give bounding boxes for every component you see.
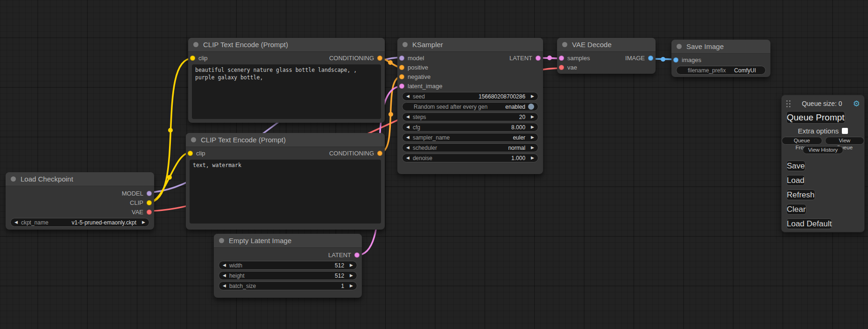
decrement-arrow-icon[interactable]: ◀ <box>406 115 409 119</box>
queue-front-button[interactable]: Queue Front <box>782 137 822 145</box>
negative-input-pin[interactable] <box>399 74 404 79</box>
vae-output-pin[interactable] <box>147 210 152 215</box>
decrement-arrow-icon[interactable]: ◀ <box>406 135 409 140</box>
node-clip-text-encode-negative[interactable]: CLIP Text Encode (Prompt) clip CONDITION… <box>186 133 385 230</box>
node-empty-latent-image[interactable]: Empty Latent Image LATENT ◀ width 512 ▶ … <box>214 234 362 298</box>
latent-image-input-pin[interactable] <box>399 84 404 89</box>
slot-label: VAE <box>132 209 143 216</box>
node-title-bar[interactable]: Load Checkpoint <box>6 172 154 186</box>
node-title-bar[interactable]: CLIP Text Encode (Prompt) <box>188 38 385 52</box>
seed-widget[interactable]: ◀ seed 156680208700286 ▶ <box>402 92 538 101</box>
increment-arrow-icon[interactable]: ▶ <box>531 125 534 129</box>
increment-arrow-icon[interactable]: ▶ <box>142 220 145 224</box>
load-button[interactable]: Load <box>786 175 805 186</box>
denoise-widget[interactable]: ◀ denoise 1.000 ▶ <box>402 154 538 162</box>
node-title-bar[interactable]: Empty Latent Image <box>214 234 362 248</box>
decrement-arrow-icon[interactable]: ◀ <box>406 94 409 98</box>
node-vae-decode[interactable]: VAE Decode samples IMAGE vae <box>557 38 656 74</box>
node-title-bar[interactable]: Save Image <box>671 40 770 54</box>
drag-handle-icon[interactable] <box>786 100 791 108</box>
node-collapse-dot[interactable] <box>11 176 16 182</box>
node-ksampler[interactable]: KSampler model LATENT positive negative … <box>397 38 543 174</box>
conditioning-output-pin[interactable] <box>377 151 382 156</box>
clip-output-pin[interactable] <box>147 200 152 205</box>
images-input-pin[interactable] <box>673 57 678 63</box>
comfy-menu-panel: Queue size: 0 ⚙ Queue Prompt Extra optio… <box>781 95 865 232</box>
widget-label: filename_prefix <box>688 67 726 74</box>
random-seed-toggle[interactable]: Random seed after every gen enabled <box>402 102 538 111</box>
node-title-bar[interactable]: VAE Decode <box>557 38 656 52</box>
increment-arrow-icon[interactable]: ▶ <box>531 115 534 119</box>
latent-output-pin[interactable] <box>354 252 360 258</box>
decrement-arrow-icon[interactable]: ◀ <box>223 284 226 288</box>
slot-label: negative <box>408 73 430 80</box>
samples-input-pin[interactable] <box>559 56 564 61</box>
clip-input-pin[interactable] <box>188 151 193 156</box>
positive-input-pin[interactable] <box>399 65 404 70</box>
decrement-arrow-icon[interactable]: ◀ <box>14 220 18 224</box>
height-widget[interactable]: ◀ height 512 ▶ <box>219 271 357 280</box>
node-save-image[interactable]: Save Image images filename_prefix ComfyU… <box>671 40 770 77</box>
view-queue-button[interactable]: View Queue <box>825 137 864 145</box>
node-graph-canvas[interactable]: Load Checkpoint MODEL CLIP VAE ◀ ckpt_na… <box>0 0 868 329</box>
node-title-bar[interactable]: CLIP Text Encode (Prompt) <box>186 133 385 147</box>
batch-size-widget[interactable]: ◀ batch_size 1 ▶ <box>219 281 357 290</box>
node-load-checkpoint[interactable]: Load Checkpoint MODEL CLIP VAE ◀ ckpt_na… <box>6 172 154 230</box>
increment-arrow-icon[interactable]: ▶ <box>531 135 534 140</box>
link-midpoint-dot <box>167 175 172 180</box>
node-clip-text-encode-positive[interactable]: CLIP Text Encode (Prompt) clip CONDITION… <box>188 38 385 123</box>
refresh-button[interactable]: Refresh <box>786 189 815 200</box>
gear-icon[interactable]: ⚙ <box>853 100 860 108</box>
decrement-arrow-icon[interactable]: ◀ <box>223 273 226 278</box>
slot-label: IMAGE <box>625 55 645 62</box>
width-widget[interactable]: ◀ width 512 ▶ <box>219 261 357 270</box>
slot-label: clip <box>198 55 208 62</box>
node-collapse-dot[interactable] <box>402 42 408 47</box>
slot-row: clip CONDITIONING <box>186 148 385 158</box>
slot-label: LATENT <box>509 55 532 62</box>
model-output-pin[interactable] <box>147 191 152 196</box>
decrement-arrow-icon[interactable]: ◀ <box>406 125 409 129</box>
decrement-arrow-icon[interactable]: ◀ <box>406 146 409 150</box>
toggle-on-icon[interactable] <box>528 104 534 110</box>
latent-output-pin[interactable] <box>536 56 541 61</box>
steps-widget[interactable]: ◀ steps 20 ▶ <box>402 112 538 121</box>
conditioning-output-pin[interactable] <box>377 56 382 61</box>
node-title-bar[interactable]: KSampler <box>397 38 543 52</box>
save-button[interactable]: Save <box>786 161 805 171</box>
extra-options-checkbox[interactable] <box>842 128 848 134</box>
increment-arrow-icon[interactable]: ▶ <box>531 146 534 150</box>
decrement-arrow-icon[interactable]: ◀ <box>223 263 226 267</box>
increment-arrow-icon[interactable]: ▶ <box>531 94 534 98</box>
scheduler-combo[interactable]: ◀ scheduler normal ▶ <box>402 143 538 152</box>
node-collapse-dot[interactable] <box>193 42 198 47</box>
slot-label: LATENT <box>328 252 351 259</box>
increment-arrow-icon[interactable]: ▶ <box>531 156 534 160</box>
node-collapse-dot[interactable] <box>562 42 567 47</box>
clip-input-pin[interactable] <box>190 56 195 61</box>
node-collapse-dot[interactable] <box>677 44 682 49</box>
increment-arrow-icon[interactable]: ▶ <box>350 263 353 267</box>
view-history-button[interactable]: View History <box>803 146 844 154</box>
sampler-name-combo[interactable]: ◀ sampler_name euler ▶ <box>402 133 538 142</box>
node-collapse-dot[interactable] <box>191 137 196 142</box>
increment-arrow-icon[interactable]: ▶ <box>350 284 353 288</box>
clear-button[interactable]: Clear <box>786 204 806 215</box>
ckpt-name-combo[interactable]: ◀ ckpt_name v1-5-pruned-emaonly.ckpt ▶ <box>10 218 149 227</box>
widget-value: v1-5-pruned-emaonly.ckpt <box>72 219 137 226</box>
cfg-widget[interactable]: ◀ cfg 8.000 ▶ <box>402 123 538 132</box>
widget-value: 512 <box>335 273 344 279</box>
load-default-button[interactable]: Load Default <box>786 218 832 229</box>
positive-prompt-textarea[interactable]: beautiful scenery nature glass bottle la… <box>192 64 381 119</box>
vae-input-pin[interactable] <box>559 65 564 70</box>
slot-row: negative <box>397 72 543 81</box>
model-input-pin[interactable] <box>399 56 404 61</box>
widget-value: 156680208700286 <box>479 93 525 100</box>
negative-prompt-textarea[interactable]: text, watermark <box>190 160 381 224</box>
filename-prefix-widget[interactable]: filename_prefix ComfyUI <box>676 66 766 75</box>
queue-prompt-button[interactable]: Queue Prompt <box>786 111 845 124</box>
node-collapse-dot[interactable] <box>219 238 224 243</box>
image-output-pin[interactable] <box>648 56 653 61</box>
decrement-arrow-icon[interactable]: ◀ <box>406 156 409 160</box>
increment-arrow-icon[interactable]: ▶ <box>350 273 353 278</box>
